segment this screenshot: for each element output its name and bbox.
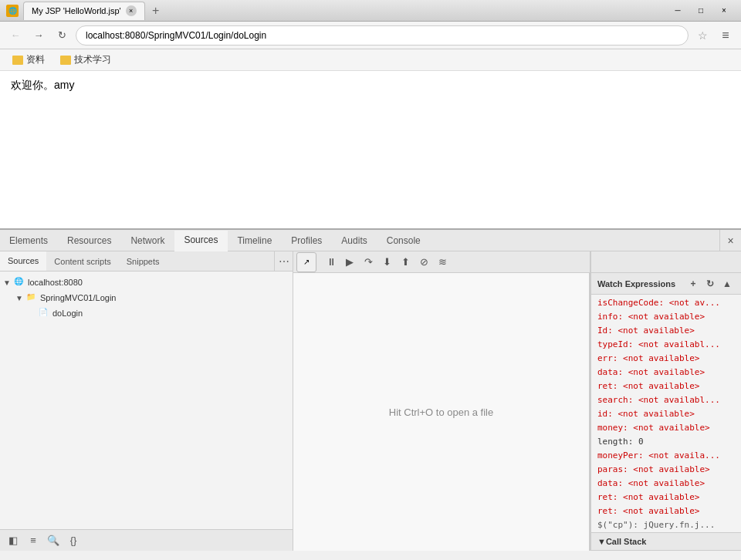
url-input[interactable] xyxy=(76,25,689,46)
async-button[interactable]: ≋ xyxy=(434,254,451,271)
tree-item-dologin[interactable]: 📄 doLogin xyxy=(0,305,293,321)
bookmark-item-resources[interactable]: 资料 xyxy=(6,51,51,69)
devtools-tab-console[interactable]: Console xyxy=(377,230,431,251)
forward-button[interactable]: → xyxy=(29,26,48,45)
devtools-close-button[interactable]: × xyxy=(719,230,741,251)
devtools-panel: Elements Resources Network Sources Timel… xyxy=(0,228,741,551)
deactivate-breakpoints-button[interactable]: ⊘ xyxy=(415,254,432,271)
deactivate-icon: ⊘ xyxy=(420,256,428,268)
back-icon: ← xyxy=(11,29,21,41)
star-icon: ☆ xyxy=(698,29,708,42)
devtools-tab-network[interactable]: Network xyxy=(121,230,174,251)
bookmark-star-button[interactable]: ☆ xyxy=(693,26,712,45)
devtools-tab-timeline[interactable]: Timeline xyxy=(228,230,282,251)
file-icon: 📄 xyxy=(39,308,49,319)
folder-icon xyxy=(60,56,71,65)
sources-tab-content-scripts[interactable]: Content scripts xyxy=(46,251,118,271)
watch-entry: Id: <not available> xyxy=(591,324,741,338)
tree-item-springmvc[interactable]: ▼ 📁 SpringMVC01/Login xyxy=(0,290,293,305)
maximize-button[interactable]: □ xyxy=(690,3,712,19)
watch-entry: ret: <not available> xyxy=(591,491,741,504)
watch-entry: typeId: <not availabl... xyxy=(591,338,741,352)
tree-label: doLogin xyxy=(52,309,83,318)
step-into-button[interactable]: ⬇ xyxy=(378,254,395,271)
tree-label: localhost:8080 xyxy=(28,278,83,287)
code-editor: Hit Ctrl+O to open a file xyxy=(293,273,590,551)
watch-expressions-header: Watch Expressions + ↻ ▲ xyxy=(591,273,741,295)
watch-entry: err: <not available> xyxy=(591,352,741,366)
browser-menu-button[interactable]: ≡ xyxy=(716,26,735,45)
file-tree: ▼ 🌐 localhost:8080 ▼ 📁 SpringMVC01/Login… xyxy=(0,272,293,529)
address-bar: ← → ↻ ☆ ≡ xyxy=(0,22,741,49)
minimize-button[interactable]: ─ xyxy=(667,3,689,19)
step-over-icon: ↷ xyxy=(364,256,373,268)
devtools-right-panel: Watch Expressions + ↻ ▲ isChangeCode: <n… xyxy=(590,251,741,551)
folder-icon: 📁 xyxy=(26,292,37,303)
watch-add-button[interactable]: + xyxy=(685,276,701,292)
format-button[interactable]: {} xyxy=(65,532,82,549)
call-stack-header[interactable]: ▼ Call Stack xyxy=(591,532,741,551)
tree-label: SpringMVC01/Login xyxy=(40,293,116,302)
async-icon: ≋ xyxy=(438,256,447,268)
devtools-header: Elements Resources Network Sources Timel… xyxy=(0,230,741,251)
show-callstack-button[interactable]: ≡ xyxy=(25,532,42,549)
page-text: 欢迎你。amy xyxy=(11,79,730,93)
resume-button[interactable]: ▶ xyxy=(341,254,358,271)
sources-tab-expand-button[interactable]: ⋯ xyxy=(274,251,293,272)
window-close-button[interactable]: × xyxy=(713,3,735,19)
file-open-button[interactable]: ↗ xyxy=(296,252,316,272)
step-into-icon: ⬇ xyxy=(383,256,391,268)
watch-entry: data: <not available> xyxy=(591,366,741,380)
back-button[interactable]: ← xyxy=(6,26,25,45)
devtools-tab-sources[interactable]: Sources xyxy=(174,231,228,251)
watch-entry: ret: <not available> xyxy=(591,380,741,393)
watch-collapse-button[interactable]: ▲ xyxy=(719,276,735,292)
page-content: 欢迎你。amy xyxy=(0,71,741,228)
tree-arrow xyxy=(28,309,37,318)
devtools-tab-profiles[interactable]: Profiles xyxy=(282,230,332,251)
window-controls: ─ □ × xyxy=(667,3,735,19)
tree-arrow: ▼ xyxy=(15,294,25,302)
resume-icon: ▶ xyxy=(346,256,354,268)
step-out-button[interactable]: ⬆ xyxy=(397,254,414,271)
watch-entry: length: 0 xyxy=(591,435,741,449)
new-tab-button[interactable]: + xyxy=(145,2,167,20)
step-over-button[interactable]: ↷ xyxy=(360,254,377,271)
forward-icon: → xyxy=(34,29,44,41)
call-stack-arrow: ▼ xyxy=(597,537,606,546)
tab-close-button[interactable]: × xyxy=(126,5,137,16)
watch-entry: info: <not available> xyxy=(591,310,741,324)
bookmark-label: 资料 xyxy=(26,53,45,66)
watch-entry: search: <not availabl... xyxy=(591,393,741,407)
watch-header-buttons: + ↻ ▲ xyxy=(685,276,735,292)
pause-icon: ⏸ xyxy=(327,256,337,268)
pause-button[interactable]: ⏸ xyxy=(323,254,340,271)
bookmark-item-tech[interactable]: 技术学习 xyxy=(54,51,117,69)
sources-subtabs: Sources Content scripts Snippets ⋯ xyxy=(0,251,293,272)
devtools-tab-elements[interactable]: Elements xyxy=(0,230,58,251)
sources-tab-snippets[interactable]: Snippets xyxy=(119,251,167,271)
browser-tab[interactable]: My JSP 'HelloWorld.jsp' × xyxy=(23,2,145,20)
playback-controls: ↗ ⏸ ▶ ↷ ⬇ ⬆ ⊘ xyxy=(293,251,590,273)
call-stack-title: Call Stack xyxy=(606,537,647,546)
devtools-body: Sources Content scripts Snippets ⋯ ▼ 🌐 l… xyxy=(0,251,741,551)
watch-entry: $("cp"): jQuery.fn.j... xyxy=(591,518,741,532)
watch-entry: money: <not available> xyxy=(591,421,741,435)
sources-panel: Sources Content scripts Snippets ⋯ ▼ 🌐 l… xyxy=(0,251,293,551)
reload-icon: ↻ xyxy=(58,29,66,41)
watch-refresh-button[interactable]: ↻ xyxy=(702,276,718,292)
search-button[interactable]: 🔍 xyxy=(45,532,62,549)
watch-entry: id: <not available> xyxy=(591,407,741,421)
devtools-tab-audits[interactable]: Audits xyxy=(332,230,377,251)
show-navigator-button[interactable]: ◧ xyxy=(5,532,22,549)
tab-label: My JSP 'HelloWorld.jsp' xyxy=(32,6,121,15)
reload-button[interactable]: ↻ xyxy=(52,26,71,45)
devtools-tab-resources[interactable]: Resources xyxy=(58,230,121,251)
sources-tab-sources[interactable]: Sources xyxy=(0,251,46,271)
tree-item-localhost[interactable]: ▼ 🌐 localhost:8080 xyxy=(0,275,293,290)
bookmark-label: 技术学习 xyxy=(74,53,111,66)
folder-icon xyxy=(12,56,23,65)
watch-entry: data: <not available> xyxy=(591,477,741,491)
tree-arrow: ▼ xyxy=(3,278,12,287)
bookmarks-bar: 资料 技术学习 xyxy=(0,49,741,71)
